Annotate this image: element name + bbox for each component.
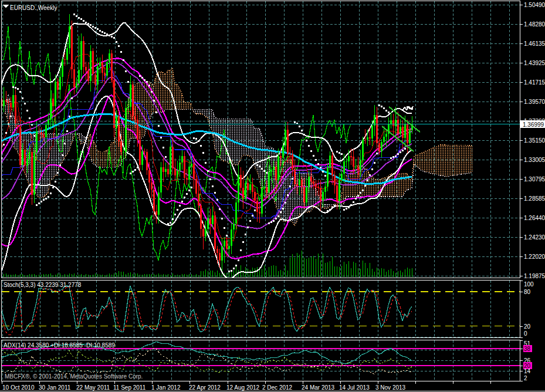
svg-text:14: 14 (524, 368, 531, 374)
svg-text:1.50490: 1.50490 (524, 2, 545, 8)
svg-text:1.41715: 1.41715 (524, 79, 545, 86)
svg-text:ADX(14) 24.3580 +DI:18.8585 -D: ADX(14) 24.3580 +DI:18.8585 -DI:10.8589 (4, 342, 115, 349)
svg-text:MBCFX®, © 2001-2014, MetaQuote: MBCFX®, © 2001-2014, MetaQuotes Software… (5, 373, 143, 380)
svg-text:1.24230: 1.24230 (524, 234, 545, 241)
svg-text:1.46135: 1.46135 (524, 40, 545, 47)
svg-text:1.39570: 1.39570 (524, 99, 545, 105)
svg-text:2: 2 (524, 375, 527, 381)
svg-text:1 Jan 2012: 1 Jan 2012 (151, 384, 181, 391)
svg-text:1.48280: 1.48280 (524, 21, 545, 28)
svg-text:1.43925: 1.43925 (524, 60, 545, 66)
svg-text:30 Jan 2011: 30 Jan 2011 (39, 384, 71, 391)
svg-text:0: 0 (524, 330, 527, 337)
svg-text:1.35150: 1.35150 (524, 137, 545, 144)
svg-text:22 Apr 2012: 22 Apr 2012 (189, 384, 221, 391)
svg-text:12 Aug 2012: 12 Aug 2012 (226, 384, 260, 391)
svg-text:Stoch(5,3,3) 43.2239 31.2778: Stoch(5,3,3) 43.2239 31.2778 (4, 282, 82, 288)
svg-text:1.36999: 1.36999 (523, 121, 544, 128)
svg-text:14 Jul 2013: 14 Jul 2013 (339, 384, 370, 391)
svg-text:11 Sep 2011: 11 Sep 2011 (113, 384, 146, 391)
svg-text:1.19875: 1.19875 (524, 273, 545, 279)
svg-text:1.26440: 1.26440 (524, 215, 545, 221)
svg-text:80: 80 (524, 289, 531, 295)
svg-text:38: 38 (524, 346, 531, 352)
svg-text:10 Oct 2010: 10 Oct 2010 (2, 384, 35, 391)
svg-text:1.30795: 1.30795 (524, 176, 545, 183)
svg-text:EURUSD.,Weekly: EURUSD.,Weekly (10, 5, 57, 11)
svg-text:24 Mar 2013: 24 Mar 2013 (302, 384, 335, 391)
svg-text:1.33005: 1.33005 (524, 157, 545, 163)
svg-text:22 May 2011: 22 May 2011 (76, 384, 110, 391)
svg-text:2 Dec 2012: 2 Dec 2012 (262, 384, 293, 391)
svg-text:20: 20 (524, 323, 531, 330)
svg-text:3 Nov 2013: 3 Nov 2013 (375, 384, 406, 391)
svg-text:100: 100 (524, 281, 534, 288)
svg-text:1.28585: 1.28585 (524, 195, 545, 202)
svg-text:1.22020: 1.22020 (524, 254, 545, 260)
